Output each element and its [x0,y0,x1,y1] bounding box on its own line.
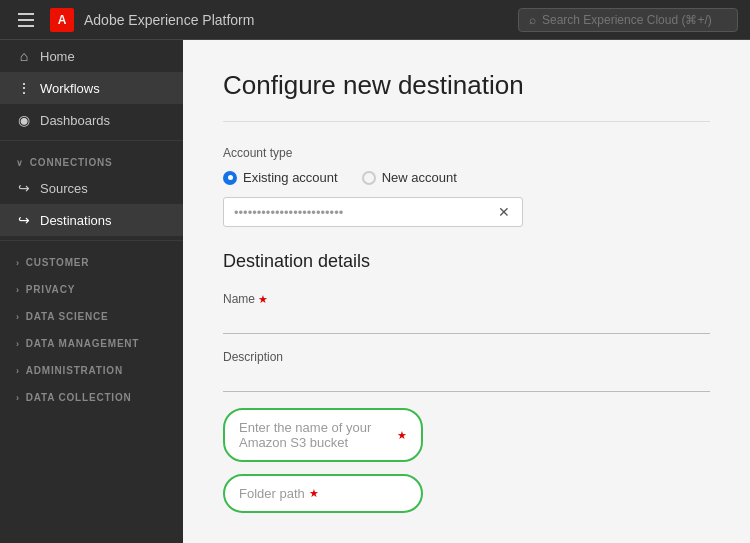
chevron-right-icon-5: › [16,366,20,376]
new-account-option[interactable]: New account [362,170,457,185]
section-data-collection[interactable]: › DATA COLLECTION [0,380,183,407]
section-data-science[interactable]: › DATA SCIENCE [0,299,183,326]
app-title: Adobe Experience Platform [84,12,518,28]
name-label: Name ★ [223,292,710,306]
sidebar-item-workflows[interactable]: ⋮ Workflows [0,72,183,104]
description-input[interactable] [223,368,710,392]
new-account-radio[interactable] [362,171,376,185]
account-input-row: ✕ [223,197,523,227]
existing-account-option[interactable]: Existing account [223,170,338,185]
chevron-right-icon: › [16,258,20,268]
workflows-icon: ⋮ [16,80,32,96]
sidebar-item-label: Home [40,49,75,64]
chevron-right-icon-6: › [16,393,20,403]
sidebar-item-label: Sources [40,181,88,196]
description-label: Description [223,350,710,364]
chevron-down-icon: ∨ [16,158,24,168]
section-privacy[interactable]: › PRIVACY [0,272,183,299]
chevron-right-icon-3: › [16,312,20,322]
section-connections[interactable]: ∨ CONNECTIONS [0,145,183,172]
account-type-label: Account type [223,146,710,160]
section-customer[interactable]: › CUSTOMER [0,245,183,272]
destinations-icon: ↪ [16,212,32,228]
folder-required-star: ★ [309,487,319,500]
s3-required-star: ★ [397,429,407,442]
main-layout: ⌂ Home ⋮ Workflows ◉ Dashboards ∨ CONNEC… [0,40,750,543]
search-icon: ⌕ [529,13,536,27]
clear-button[interactable]: ✕ [496,204,512,220]
sidebar-item-label: Workflows [40,81,100,96]
sources-icon: ↪ [16,180,32,196]
sidebar-divider-2 [0,240,183,241]
home-icon: ⌂ [16,48,32,64]
sidebar-item-label: Destinations [40,213,112,228]
s3-bucket-input[interactable]: Enter the name of your Amazon S3 bucket … [223,408,423,462]
section-data-management[interactable]: › DATA MANAGEMENT [0,326,183,353]
dashboards-icon: ◉ [16,112,32,128]
sidebar-item-label: Dashboards [40,113,110,128]
search-bar[interactable]: ⌕ [518,8,738,32]
existing-account-label: Existing account [243,170,338,185]
sidebar-item-home[interactable]: ⌂ Home [0,40,183,72]
sidebar: ⌂ Home ⋮ Workflows ◉ Dashboards ∨ CONNEC… [0,40,183,543]
new-account-label: New account [382,170,457,185]
account-type-row: Existing account New account [223,170,710,185]
sidebar-item-dashboards[interactable]: ◉ Dashboards [0,104,183,136]
description-field-group: Description [223,350,710,392]
name-input[interactable] [223,310,710,334]
destination-details-section: Destination details Name ★ Description E… [223,251,710,513]
name-required-star: ★ [258,293,268,306]
main-content: Configure new destination Account type E… [183,40,750,543]
sidebar-divider [0,140,183,141]
section-administration[interactable]: › ADMINISTRATION [0,353,183,380]
chevron-right-icon-2: › [16,285,20,295]
folder-path-input[interactable]: Folder path ★ [223,474,423,513]
topbar: A Adobe Experience Platform ⌕ [0,0,750,40]
name-field-group: Name ★ [223,292,710,334]
sidebar-item-destinations[interactable]: ↪ Destinations [0,204,183,236]
account-type-section: Account type Existing account New accoun… [223,146,710,227]
chevron-right-icon-4: › [16,339,20,349]
existing-account-radio[interactable] [223,171,237,185]
destination-details-title: Destination details [223,251,710,272]
adobe-logo: A [50,8,74,32]
sidebar-item-sources[interactable]: ↪ Sources [0,172,183,204]
search-input[interactable] [542,13,727,27]
hamburger-menu[interactable] [12,6,40,34]
page-divider [223,121,710,122]
page-title: Configure new destination [223,70,710,101]
account-input[interactable] [234,205,496,220]
